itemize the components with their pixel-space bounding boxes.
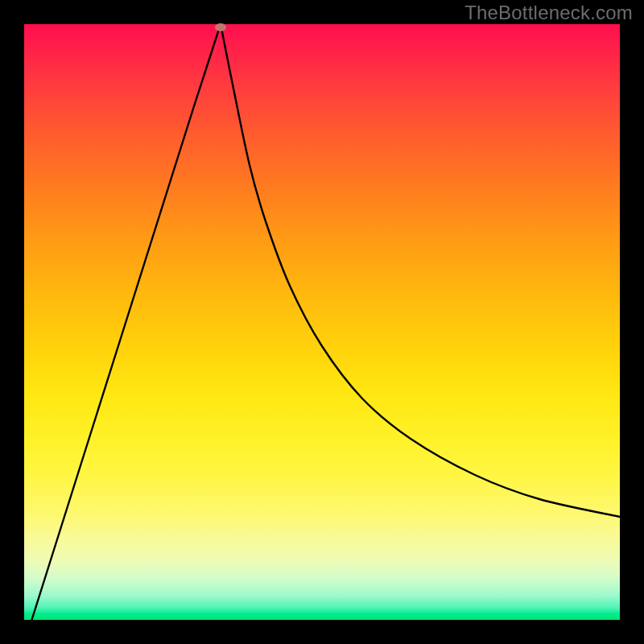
curve-right-branch xyxy=(221,24,620,517)
notch-marker xyxy=(215,23,226,31)
plot-area xyxy=(24,24,620,620)
curve-svg xyxy=(24,24,620,620)
frame: TheBottleneck.com xyxy=(0,0,644,644)
curve-left-branch xyxy=(24,24,221,620)
watermark-text: TheBottleneck.com xyxy=(464,2,633,24)
